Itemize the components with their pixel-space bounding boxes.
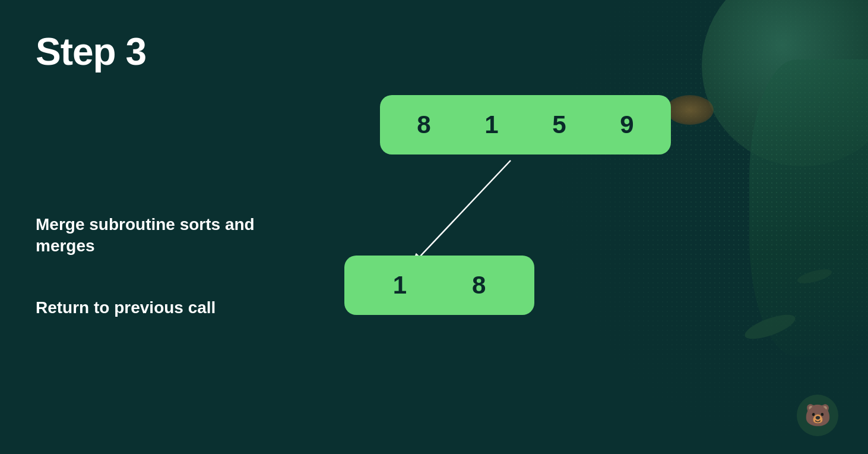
description-merge: Merge subroutine sorts and merges [36,214,285,257]
bottom-array-val-1: 8 [455,271,503,299]
main-content: Step 3 Merge subroutine sorts and merges… [0,0,868,454]
top-array-val-3: 9 [603,111,651,139]
top-array-val-0: 8 [400,111,448,139]
arrow-line [410,160,511,267]
bear-icon: 🐻 [804,403,831,428]
description-return: Return to previous call [36,297,216,319]
bear-logo: 🐻 [797,395,838,436]
top-array-val-1: 1 [468,111,515,139]
bottom-array-box: 1 8 [344,256,534,315]
merge-sort-diagram: 8 1 5 9 1 8 [344,95,760,345]
top-array-val-2: 5 [536,111,583,139]
bottom-array-val-0: 1 [376,271,423,299]
step-title: Step 3 [36,30,832,74]
